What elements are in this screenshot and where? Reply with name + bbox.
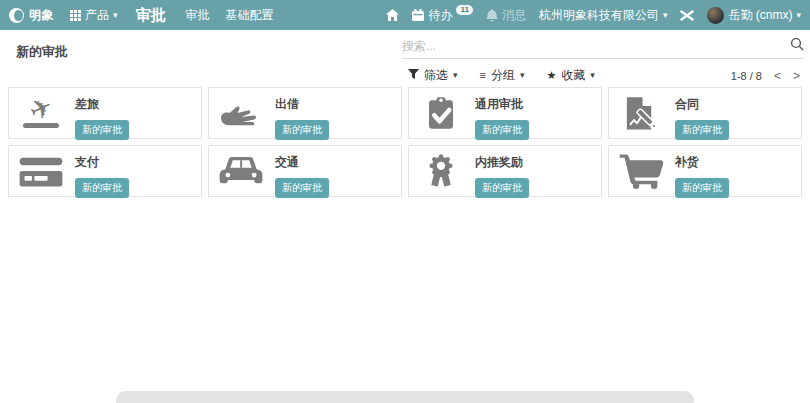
- approval-type-card-contract[interactable]: 合同 新的审批: [608, 87, 802, 139]
- chevron-down-icon: ▾: [453, 71, 458, 80]
- card-title: 差旅: [75, 96, 129, 113]
- plane-departure-icon: ✈: [15, 92, 67, 134]
- approval-types-grid: ✈ 差旅 新的审批 出借 新的审批 通用审批: [8, 87, 802, 197]
- chevron-down-icon: ▾: [796, 11, 801, 20]
- page-title: 新的审批: [16, 43, 68, 61]
- search-input[interactable]: [402, 39, 790, 53]
- todo-label: 待办: [428, 7, 452, 24]
- search-bar: [402, 34, 804, 59]
- new-approval-button[interactable]: 新的审批: [675, 120, 729, 140]
- brand-logo-icon[interactable]: [9, 8, 24, 23]
- new-approval-button[interactable]: 新的审批: [475, 120, 529, 140]
- user-menu[interactable]: 岳勤 (cnmx) ▾: [707, 7, 801, 24]
- approval-type-card-lending[interactable]: 出借 新的审批: [208, 87, 402, 139]
- approval-type-card-business-trip[interactable]: ✈ 差旅 新的审批: [8, 87, 202, 139]
- company-switcher[interactable]: 杭州明象科技有限公司 ▾: [539, 7, 668, 24]
- menu-item-configuration[interactable]: 基础配置: [226, 7, 274, 24]
- filters-label: 筛选: [424, 67, 448, 84]
- products-menu[interactable]: 产品 ▾: [70, 7, 118, 24]
- products-label: 产品: [85, 7, 109, 24]
- user-avatar: [707, 7, 724, 24]
- top-navbar: 明象 产品 ▾ 审批 审批 基础配置 待办 11 消息 杭州明象科技有限公司: [0, 0, 810, 30]
- control-panel: 新的审批 筛选 ▾ ≡ 分组 ▾ ★ 收藏 ▾ 1-8 / 8 < >: [0, 30, 810, 88]
- favorites-label: 收藏: [561, 67, 585, 84]
- home-icon[interactable]: [386, 9, 399, 21]
- card-title: 补货: [675, 154, 729, 171]
- pager-range: 1-8 / 8: [731, 70, 762, 82]
- group-by-button[interactable]: ≡ 分组 ▾: [480, 67, 525, 84]
- card-title: 内推奖励: [475, 154, 529, 171]
- todo-menu[interactable]: 待办 11: [412, 7, 472, 24]
- shopping-cart-icon: [615, 150, 667, 192]
- messages-label: 消息: [502, 7, 526, 24]
- card-title: 通用审批: [475, 96, 529, 113]
- chevron-down-icon: ▾: [113, 11, 118, 20]
- bell-icon: [486, 9, 498, 22]
- approval-type-card-transportation[interactable]: 交通 新的审批: [208, 145, 402, 197]
- contract-icon: [615, 92, 667, 134]
- car-icon: [215, 150, 267, 192]
- todo-count-badge: 11: [456, 5, 472, 16]
- card-title: 交通: [275, 154, 329, 171]
- new-approval-button[interactable]: 新的审批: [675, 178, 729, 198]
- credit-card-icon: [15, 150, 67, 192]
- hand-holding-icon: [215, 92, 267, 134]
- calendar-icon: [412, 9, 424, 21]
- chevron-down-icon: ▾: [520, 71, 525, 80]
- pager-previous-icon[interactable]: <: [774, 69, 781, 83]
- filter-funnel-icon: [408, 69, 419, 83]
- approval-type-card-replenishment[interactable]: 补货 新的审批: [608, 145, 802, 197]
- search-options: 筛选 ▾ ≡ 分组 ▾ ★ 收藏 ▾: [408, 67, 595, 84]
- menu-item-approvals[interactable]: 审批: [186, 7, 210, 24]
- brand-name[interactable]: 明象: [29, 7, 54, 24]
- new-approval-button[interactable]: 新的审批: [275, 178, 329, 198]
- card-title: 出借: [275, 96, 329, 113]
- filters-button[interactable]: 筛选 ▾: [408, 67, 458, 84]
- approval-type-card-general[interactable]: 通用审批 新的审批: [408, 87, 602, 139]
- tools-icon[interactable]: [680, 9, 694, 22]
- company-name: 杭州明象科技有限公司: [539, 7, 659, 24]
- card-title: 支付: [75, 154, 129, 171]
- star-icon: ★: [546, 70, 556, 81]
- favorites-button[interactable]: ★ 收藏 ▾: [546, 67, 594, 84]
- approval-type-card-payment[interactable]: 支付 新的审批: [8, 145, 202, 197]
- current-app-title: 审批: [136, 6, 166, 25]
- messages-menu[interactable]: 消息: [486, 7, 526, 24]
- new-approval-button[interactable]: 新的审批: [75, 120, 129, 140]
- navbar-right: 待办 11 消息 杭州明象科技有限公司 ▾ 岳勤 (cnmx) ▾: [386, 7, 801, 24]
- chevron-down-icon: ▾: [663, 11, 668, 20]
- grid-icon: [70, 10, 81, 21]
- new-approval-button[interactable]: 新的审批: [475, 178, 529, 198]
- chevron-down-icon: ▾: [590, 71, 595, 80]
- search-icon[interactable]: [790, 37, 804, 55]
- award-icon: [415, 150, 467, 192]
- new-approval-button[interactable]: 新的审批: [275, 120, 329, 140]
- card-title: 合同: [675, 96, 729, 113]
- pager-next-icon[interactable]: >: [793, 69, 800, 83]
- pager: 1-8 / 8 < >: [731, 69, 800, 83]
- bottom-frame-bar: [116, 391, 694, 403]
- approval-type-card-referral-reward[interactable]: 内推奖励 新的审批: [408, 145, 602, 197]
- new-approval-button[interactable]: 新的审批: [75, 178, 129, 198]
- group-by-label: 分组: [491, 67, 515, 84]
- user-name: 岳勤 (cnmx): [728, 7, 792, 24]
- clipboard-check-icon: [415, 92, 467, 134]
- bars-icon: ≡: [480, 70, 486, 81]
